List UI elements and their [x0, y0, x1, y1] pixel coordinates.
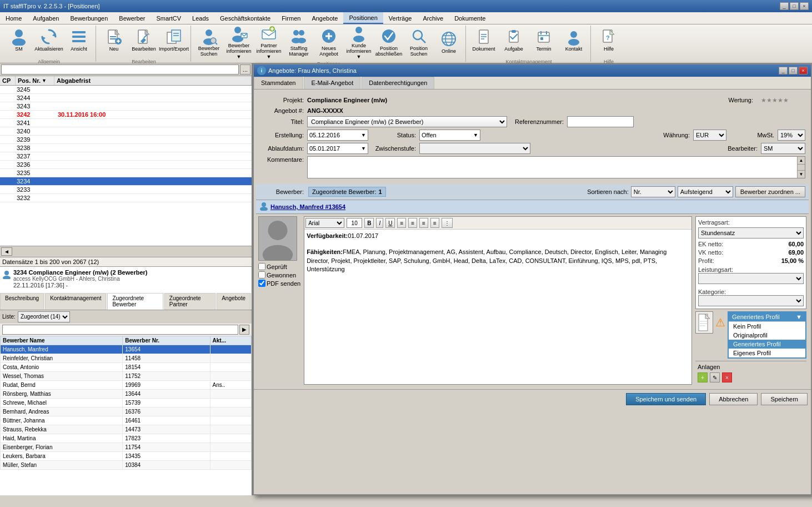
erstellung-input[interactable]: 05.12.2016 ▼ — [307, 130, 368, 141]
list-item[interactable]: 3235 — [0, 169, 252, 177]
toolbar-position-abschliessen-button[interactable]: Positionabschließen — [374, 26, 403, 59]
underline-button[interactable]: U — [385, 218, 395, 228]
app-row[interactable]: Hanusch, Manfred13654 — [1, 345, 252, 354]
toolbar-bewerber-suchen-button[interactable]: Bewerber Suchen — [194, 26, 223, 59]
toolbar-online-button[interactable]: Online — [434, 26, 463, 59]
anlagen-delete-button[interactable]: × — [722, 372, 732, 382]
referenznummer-input[interactable] — [567, 116, 634, 127]
minimize-button[interactable]: _ — [780, 2, 789, 10]
modal-tab-daten[interactable]: Datenberechtigungen — [362, 77, 434, 89]
app-row[interactable]: Rönsberg, Matthias13644 — [1, 389, 252, 398]
menu-leads[interactable]: Leads — [187, 12, 214, 24]
app-row[interactable]: Bernhard, Andreas16376 — [1, 407, 252, 416]
titel-select[interactable]: Compliance Engineer (m/w) (2 Bewerber) — [307, 116, 507, 127]
italic-button[interactable]: I — [376, 218, 383, 228]
gewonnen-checkbox[interactable] — [258, 271, 265, 279]
app-row[interactable]: Leukers, Barbara13435 — [1, 451, 252, 460]
modal-close-button[interactable]: × — [799, 67, 808, 74]
toolbar-kunde-informieren-button[interactable]: Kundeinformieren ▼ — [344, 26, 373, 59]
align-left-button[interactable]: ≡ — [397, 218, 406, 228]
align-center-button[interactable]: ≡ — [408, 218, 417, 228]
toolbar-neu-button[interactable]: Neu — [99, 23, 128, 57]
toolbar-kontakt-button[interactable]: Kontakt — [559, 23, 588, 57]
tab-angebote[interactable]: Angebote — [217, 293, 250, 310]
scroll-up[interactable]: ▲ — [798, 157, 805, 165]
app-row[interactable]: Eisenberger, Florian11754 — [1, 443, 252, 451]
cancel-button[interactable]: Abbrechen — [709, 393, 758, 405]
profile-option-kein[interactable]: Kein Profil — [729, 322, 805, 331]
toolbar-partner-informieren-button[interactable]: Partnerinformieren ▼ — [254, 26, 283, 59]
profile-option-generiert[interactable]: Generiertes Profil — [729, 340, 805, 349]
menu-bewerbungen[interactable]: Bewerbungen — [64, 12, 113, 24]
app-row[interactable]: Strauss, Rebekka14473 — [1, 425, 252, 434]
toolbar-import-export-button[interactable]: Import/Export — [159, 23, 188, 57]
toolbar-termin-button[interactable]: Termin — [529, 23, 558, 57]
geprueft-checkbox-label[interactable]: Geprüft — [258, 263, 300, 270]
modal-tab-email[interactable]: E-Mail-Angebot — [304, 77, 360, 89]
modal-maximize-button[interactable]: □ — [789, 67, 798, 74]
list-item[interactable]: 3244 — [0, 94, 252, 102]
vertragsart-select[interactable]: Stundensatz — [698, 227, 804, 238]
toolbar-neues-angebot-button[interactable]: Neues Angebot — [314, 26, 343, 59]
list-item[interactable]: 3236 — [0, 161, 252, 169]
pdf-senden-label[interactable]: PDF senden — [258, 280, 300, 287]
text-content[interactable]: Verfügbarkeit:01.07.2017 Fähigkeiten:FME… — [304, 230, 691, 384]
menu-home[interactable]: Home — [0, 12, 27, 24]
bearbeiter-select[interactable]: SM — [761, 143, 805, 154]
list-prev-button[interactable]: ◄ — [1, 247, 12, 256]
sort-field-select[interactable]: Nr. — [631, 186, 675, 197]
modal-minimize-button[interactable]: _ — [779, 67, 788, 74]
tab-zugeordnete-partner[interactable]: Zugeordnete Partner — [164, 293, 215, 310]
gewonnen-checkbox-label[interactable]: Gewonnen — [258, 271, 300, 279]
geprueft-checkbox[interactable] — [258, 263, 265, 270]
font-size-input[interactable] — [347, 218, 362, 228]
more-button[interactable]: ⋮ — [442, 218, 453, 228]
mwst-select[interactable]: 19% — [778, 130, 805, 141]
pdf-senden-checkbox[interactable] — [258, 280, 265, 287]
ablaufdatum-input[interactable]: 05.01.2017 ▼ — [307, 143, 368, 154]
list-item[interactable]: 3233 — [0, 186, 252, 194]
toolbar-bearbeiten-button[interactable]: Bearbeiten — [129, 23, 158, 57]
app-row[interactable]: Costa, Antonio18154 — [1, 362, 252, 371]
align-right-button[interactable]: ≡ — [419, 218, 428, 228]
list-item[interactable]: 3241 — [0, 119, 252, 127]
tab-beschreibung[interactable]: Beschreibung — [0, 293, 44, 310]
justify-button[interactable]: ≡ — [430, 218, 439, 228]
bold-button[interactable]: B — [364, 218, 374, 228]
list-item[interactable]: 3239 — [0, 136, 252, 144]
list-item[interactable]: 324230.11.2016 16:00 — [0, 111, 252, 119]
zwischenstufe-select[interactable] — [419, 143, 530, 154]
toolbar-bewerber-informieren-button[interactable]: Bewerberinformieren ▼ — [224, 26, 253, 59]
tab-zugeordnete-bewerber[interactable]: Zugeordnete Bewerber — [107, 293, 163, 310]
list-item[interactable]: 3240 — [0, 127, 252, 136]
save-button[interactable]: Speichern — [761, 393, 808, 405]
toolbar-aktualisieren-button[interactable]: Aktualisieren — [34, 23, 63, 57]
modal-tab-stammdaten[interactable]: Stammdaten — [254, 77, 303, 89]
search-input[interactable] — [1, 64, 239, 74]
toolbar-ansicht-button[interactable]: Ansicht — [64, 23, 93, 57]
menu-archive[interactable]: Archive — [417, 12, 449, 24]
status-select[interactable]: Offen ▼ — [419, 130, 480, 141]
toolbar-sm-button[interactable]: SM — [4, 23, 33, 57]
search-button[interactable]: ... — [240, 64, 250, 74]
app-row[interactable]: Schrewe, Michael15739 — [1, 398, 252, 407]
app-row[interactable]: Rudat, Bernd19969Ans.. — [1, 380, 252, 389]
menu-vertraege[interactable]: Verträge — [383, 12, 418, 24]
leistungsart-select[interactable] — [698, 273, 804, 284]
toolbar-hilfe-button[interactable]: ? Hilfe — [594, 23, 623, 57]
kommentare-area[interactable]: ▲ ▼ — [307, 156, 805, 178]
bewerber-zuordnen-button[interactable]: Bewerber zuordnen ... — [735, 186, 805, 197]
waehrung-select[interactable]: EUR — [693, 130, 726, 141]
font-select[interactable]: Arial — [305, 218, 344, 228]
list-item[interactable]: 3243 — [0, 102, 252, 111]
profile-option-original[interactable]: Originalprofil — [729, 331, 805, 340]
list-dropdown[interactable]: Zugeordnet (14) — [18, 311, 70, 322]
scroll-down[interactable]: ▼ — [798, 170, 805, 178]
app-search-input[interactable] — [2, 325, 238, 335]
list-item[interactable]: 3232 — [0, 194, 252, 202]
toolbar-aufgabe-button[interactable]: Aufgabe — [499, 23, 528, 57]
close-button[interactable]: × — [800, 2, 809, 10]
maximize-button[interactable]: □ — [790, 2, 799, 10]
list-item[interactable]: 3238 — [0, 144, 252, 152]
list-item-selected[interactable]: 3234 — [0, 177, 252, 186]
